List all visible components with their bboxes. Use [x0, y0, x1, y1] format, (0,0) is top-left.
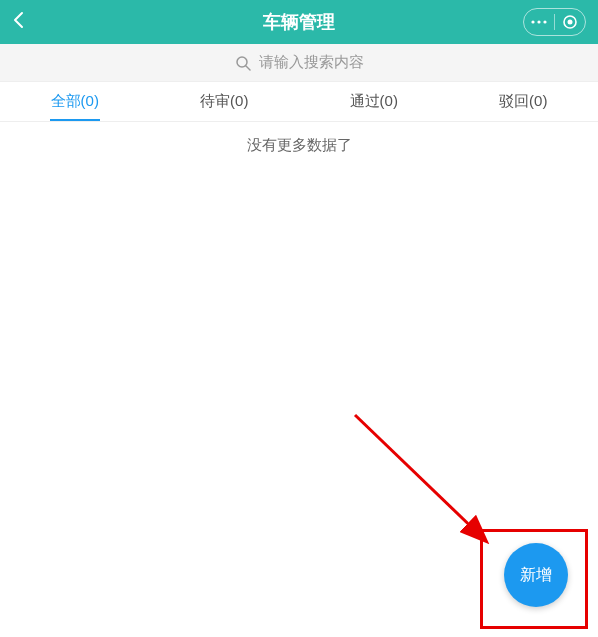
- svg-line-8: [355, 415, 485, 540]
- svg-point-1: [537, 20, 540, 23]
- add-button[interactable]: 新增: [504, 543, 568, 607]
- svg-line-6: [246, 66, 250, 70]
- search-icon: [235, 55, 251, 71]
- tab-all[interactable]: 全部(0): [0, 82, 150, 121]
- app-header: 车辆管理: [0, 0, 598, 44]
- content-area: 没有更多数据了: [0, 122, 598, 155]
- header-left: [12, 11, 82, 33]
- page-title: 车辆管理: [82, 10, 516, 34]
- tab-label: 全部(0): [51, 92, 99, 109]
- more-icon[interactable]: [524, 8, 554, 36]
- tab-approved[interactable]: 通过(0): [299, 82, 449, 121]
- tab-label: 通过(0): [350, 92, 398, 109]
- svg-point-0: [531, 20, 534, 23]
- tab-label: 驳回(0): [499, 92, 547, 109]
- tab-pending[interactable]: 待审(0): [150, 82, 300, 121]
- search-bar[interactable]: 请输入搜索内容: [0, 44, 598, 82]
- miniprogram-capsule: [523, 8, 586, 36]
- svg-point-2: [543, 20, 546, 23]
- annotation-arrow: [350, 410, 520, 560]
- add-button-label: 新增: [520, 565, 552, 586]
- status-tabs: 全部(0) 待审(0) 通过(0) 驳回(0): [0, 82, 598, 122]
- svg-point-4: [568, 20, 573, 25]
- tab-rejected[interactable]: 驳回(0): [449, 82, 599, 121]
- search-placeholder: 请输入搜索内容: [259, 53, 364, 72]
- header-right: [516, 8, 586, 36]
- back-icon[interactable]: [12, 11, 24, 33]
- empty-state-text: 没有更多数据了: [0, 136, 598, 155]
- tab-label: 待审(0): [200, 92, 248, 109]
- close-icon[interactable]: [555, 8, 585, 36]
